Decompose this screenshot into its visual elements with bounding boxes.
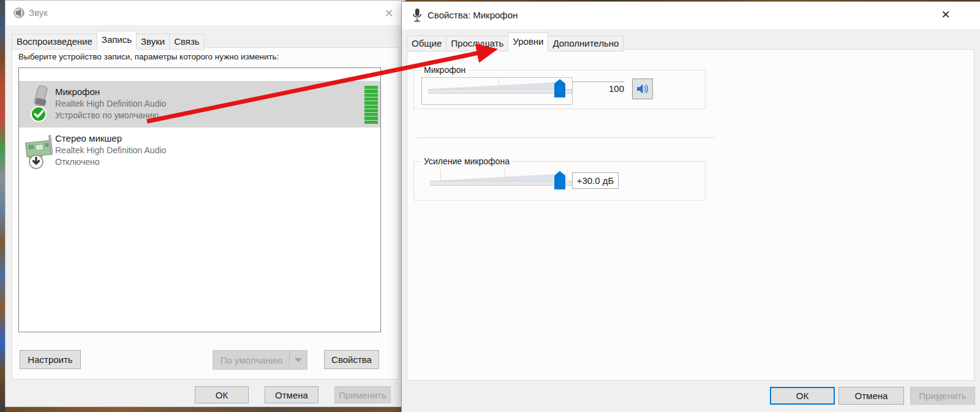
recording-device-list[interactable]: Микрофон Realtek High Definition Audio У… bbox=[18, 67, 381, 332]
ok-button[interactable]: ОК bbox=[770, 387, 835, 405]
instruction-text: Выберите устройство записи, параметры ко… bbox=[18, 52, 279, 61]
levels-tab-page: Микрофон 100 Усиление bbox=[407, 49, 974, 381]
apply-label-suffix: енить bbox=[942, 391, 967, 401]
sound-dialog-tabs: Воспроизведение Запись Звуки Связь bbox=[12, 31, 204, 50]
group-label: Микрофон bbox=[421, 65, 468, 75]
device-name: Микрофон bbox=[55, 86, 166, 97]
tab-listen[interactable]: Прослушать bbox=[446, 36, 508, 52]
window-title: Звук bbox=[29, 7, 48, 18]
microphone-device-icon bbox=[24, 85, 56, 123]
device-row-microphone[interactable]: Микрофон Realtek High Definition Audio У… bbox=[19, 81, 380, 128]
microphone-properties-dialog: Свойства: Микрофон ✕ Общие Прослушать Ур… bbox=[401, 1, 980, 412]
properties-button[interactable]: Свойства bbox=[324, 350, 379, 369]
apply-label-prefix: При bbox=[919, 391, 936, 401]
volume-slider-wedge bbox=[430, 82, 556, 89]
speaker-volume-icon bbox=[635, 82, 650, 96]
soundcard-device-icon bbox=[24, 132, 56, 170]
device-name: Стерео микшер bbox=[55, 133, 166, 143]
tab-advanced[interactable]: Дополнительно bbox=[548, 36, 624, 52]
slider-extension-line bbox=[573, 82, 625, 82]
tab-sounds[interactable]: Звуки bbox=[136, 34, 170, 50]
device-description: Realtek High Definition Audio bbox=[55, 99, 166, 109]
section-divider bbox=[417, 137, 715, 138]
mute-toggle-button[interactable] bbox=[632, 78, 653, 99]
screen: Звук ✕ Воспроизведение Запись Звуки Связ… bbox=[0, 0, 980, 412]
microphone-icon bbox=[411, 8, 423, 23]
tab-general[interactable]: Общие bbox=[407, 36, 447, 52]
input-level-meter bbox=[364, 86, 378, 124]
tab-playback[interactable]: Воспроизведение bbox=[12, 34, 97, 50]
device-description: Realtek High Definition Audio bbox=[55, 145, 166, 155]
apply-button[interactable]: Применить bbox=[334, 386, 391, 403]
sound-dialog-titlebar: Звук ✕ bbox=[6, 1, 405, 25]
recording-tab-page: Выберите устройство записи, параметры ко… bbox=[12, 47, 399, 380]
configure-button[interactable]: Настроить bbox=[20, 350, 81, 369]
cancel-button[interactable]: Отмена bbox=[839, 387, 904, 405]
set-default-dropdown[interactable] bbox=[289, 351, 307, 369]
set-default-button[interactable]: По умолчанию bbox=[213, 350, 307, 370]
tab-levels[interactable]: Уровни bbox=[508, 32, 548, 52]
properties-tabs: Общие Прослушать Уровни Дополнительно bbox=[407, 32, 623, 52]
tab-recording[interactable]: Запись bbox=[97, 31, 137, 50]
tab-communications[interactable]: Связь bbox=[169, 34, 204, 50]
window-title: Свойства: Микрофон bbox=[428, 10, 518, 20]
close-icon[interactable]: ✕ bbox=[380, 6, 398, 21]
slider-tick bbox=[567, 169, 567, 180]
microphone-volume-group: Микрофон 100 bbox=[413, 70, 706, 109]
volume-value: 100 bbox=[592, 83, 624, 94]
boost-slider-wedge bbox=[431, 174, 554, 181]
sound-dialog: Звук ✕ Воспроизведение Запись Звуки Связ… bbox=[5, 0, 405, 407]
device-status: Отключено bbox=[55, 157, 166, 167]
close-icon[interactable]: ✕ bbox=[937, 7, 954, 23]
apply-button[interactable]: Применить bbox=[910, 387, 975, 405]
device-info: Стерео микшер Realtek High Definition Au… bbox=[55, 133, 166, 167]
ok-button[interactable]: ОК bbox=[195, 386, 249, 403]
boost-value: +30.0 дБ bbox=[572, 172, 619, 189]
volume-slider-track[interactable] bbox=[428, 89, 572, 94]
properties-titlebar: Свойства: Микрофон ✕ bbox=[402, 2, 980, 29]
boost-slider-track[interactable] bbox=[430, 181, 575, 186]
device-info: Микрофон Realtek High Definition Audio У… bbox=[55, 86, 166, 120]
boost-slider-thumb[interactable] bbox=[554, 171, 565, 189]
chevron-down-icon bbox=[295, 358, 302, 362]
microphone-boost-group: Усиление микрофона +30.0 дБ bbox=[413, 161, 706, 200]
device-status: Устройство по умолчанию bbox=[55, 110, 166, 120]
device-row-stereo-mix[interactable]: Стерео микшер Realtek High Definition Au… bbox=[19, 128, 380, 174]
group-label: Усиление микрофона bbox=[421, 156, 512, 166]
apply-label-mnemonic: м bbox=[936, 391, 942, 401]
cancel-button[interactable]: Отмена bbox=[265, 386, 318, 403]
set-default-label: По умолчанию bbox=[221, 355, 282, 365]
speaker-icon bbox=[13, 6, 27, 20]
